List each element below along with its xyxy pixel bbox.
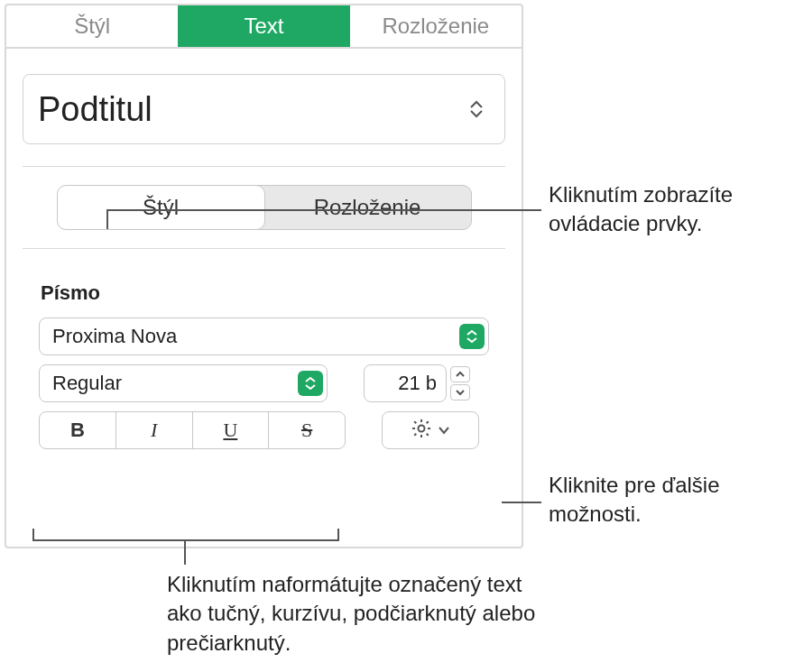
- font-family-popup[interactable]: Proxima Nova: [39, 318, 489, 355]
- font-size-field[interactable]: 21 b: [364, 364, 447, 402]
- tab-style[interactable]: Štýl: [6, 5, 178, 47]
- svg-point-0: [419, 426, 425, 432]
- font-family-value: Proxima Nova: [52, 325, 177, 348]
- sub-tab-style[interactable]: Štýl: [57, 185, 265, 230]
- underline-label: U: [223, 419, 237, 442]
- strikethrough-button[interactable]: S: [269, 412, 345, 448]
- bold-button[interactable]: B: [40, 412, 116, 448]
- sub-tab-layout[interactable]: Rozloženie: [264, 186, 471, 229]
- font-size-value: 21 b: [398, 372, 437, 395]
- underline-button[interactable]: U: [193, 412, 270, 448]
- callout-leader: [106, 209, 541, 211]
- font-style-popup[interactable]: Regular: [39, 364, 328, 402]
- format-panel: Štýl Text Rozloženie Podtitul Štýl Rozlo…: [5, 4, 523, 548]
- font-style-value: Regular: [52, 372, 122, 395]
- popup-arrows-icon: [298, 371, 323, 396]
- paragraph-style-label: Podtitul: [38, 90, 152, 129]
- tab-style-label: Štýl: [74, 14, 110, 39]
- tab-layout-label: Rozloženie: [382, 14, 489, 39]
- font-size-group: 21 b: [364, 364, 470, 402]
- tab-layout[interactable]: Rozloženie: [350, 5, 522, 47]
- callout-leader: [502, 502, 541, 503]
- stepper-up[interactable]: [450, 366, 470, 382]
- paragraph-style-popup[interactable]: Podtitul: [23, 74, 505, 144]
- italic-button[interactable]: I: [116, 412, 193, 448]
- tab-text-label: Text: [244, 14, 283, 39]
- font-section-label: Písmo: [41, 281, 522, 305]
- chevron-updown-icon: [468, 100, 485, 118]
- chevron-down-icon: [438, 422, 450, 438]
- callout-subtabs: Kliknutím zobrazíte ovládacie prvky.: [549, 180, 774, 239]
- callout-bracket: [32, 529, 339, 541]
- italic-label: I: [151, 419, 157, 442]
- strike-label: S: [301, 419, 312, 442]
- text-format-group: B I U S: [39, 411, 346, 449]
- bold-label: B: [70, 419, 85, 442]
- stepper-down[interactable]: [450, 384, 470, 400]
- tab-text[interactable]: Text: [178, 5, 349, 47]
- advanced-options-popup[interactable]: [382, 411, 479, 449]
- divider: [23, 166, 505, 167]
- font-size-stepper: [450, 366, 470, 400]
- popup-arrows-icon: [459, 324, 485, 349]
- gear-icon: [411, 418, 432, 443]
- callout-leader: [184, 539, 186, 565]
- callout-gear: Kliknite pre ďalšie možnosti.: [549, 471, 774, 529]
- divider: [23, 248, 505, 249]
- sub-tab-layout-label: Rozloženie: [314, 195, 421, 219]
- callout-bius: Kliknutím naformátujte označený text ako…: [167, 570, 555, 658]
- sub-tabs: Štýl Rozloženie: [57, 185, 472, 230]
- sub-tab-style-label: Štýl: [143, 195, 179, 219]
- top-tabs: Štýl Text Rozloženie: [6, 5, 522, 49]
- callout-leader: [106, 209, 108, 229]
